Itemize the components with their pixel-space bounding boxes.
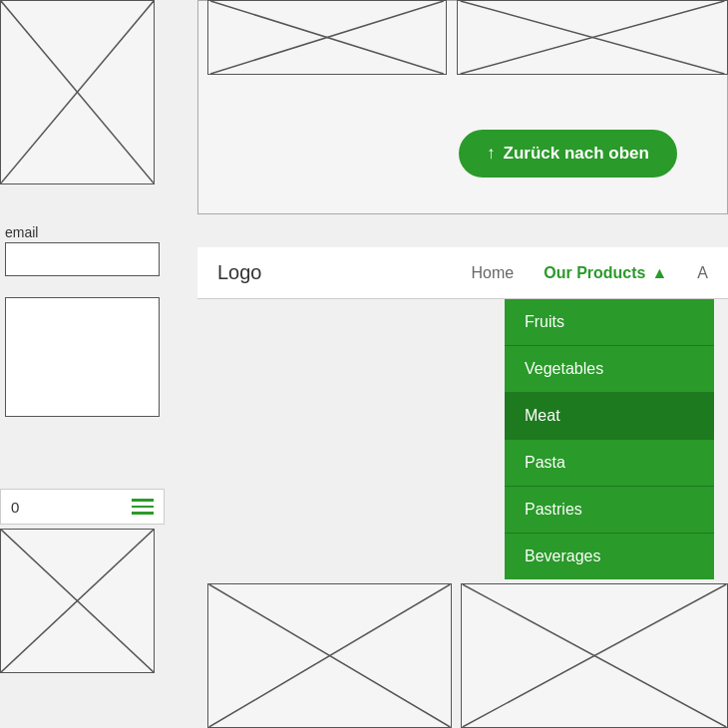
- mobile-nav-bar: 0: [0, 489, 165, 525]
- navigation-bar: Logo Home Our Products ▲ A: [197, 247, 728, 299]
- left-bottom-wireframe: [0, 529, 155, 673]
- scroll-top-label: Zurück nach oben: [504, 144, 649, 164]
- nav-products-label: Our Products: [544, 264, 645, 282]
- hamburger-line-2: [132, 506, 154, 509]
- chevron-up-icon: ▲: [651, 264, 667, 282]
- nav-extra-link[interactable]: A: [697, 264, 708, 282]
- nav-home-link[interactable]: Home: [472, 264, 515, 282]
- hamburger-line-1: [132, 499, 154, 502]
- hamburger-icon[interactable]: [132, 499, 154, 515]
- bottom-img-2: [461, 583, 728, 728]
- nav-links: Home Our Products ▲ A: [472, 264, 708, 282]
- img-placeholder-top-2: [457, 0, 728, 75]
- dropdown-item-vegetables[interactable]: Vegetables: [505, 346, 714, 393]
- mobile-nav-zero: 0: [11, 499, 19, 516]
- left-mid-wireframe: [5, 297, 160, 417]
- left-top-wireframe: [0, 0, 155, 184]
- dropdown-item-beverages[interactable]: Beverages: [505, 534, 714, 579]
- img-placeholder-top-1: [207, 0, 447, 75]
- dropdown-item-meat[interactable]: Meat: [505, 393, 714, 440]
- products-dropdown: Fruits Vegetables Meat Pasta Pastries Be…: [505, 299, 714, 579]
- email-label: email: [5, 224, 38, 240]
- dropdown-item-fruits[interactable]: Fruits: [505, 299, 714, 346]
- dropdown-item-pastries[interactable]: Pastries: [505, 487, 714, 534]
- email-input[interactable]: [5, 242, 160, 276]
- hamburger-line-3: [132, 512, 154, 515]
- arrow-up-icon: ↑: [487, 144, 496, 164]
- scroll-to-top-button[interactable]: ↑ Zurück nach oben: [459, 130, 677, 178]
- bottom-img-1: [207, 583, 452, 728]
- nav-products-link[interactable]: Our Products ▲: [544, 264, 667, 282]
- dropdown-item-pasta[interactable]: Pasta: [505, 440, 714, 487]
- nav-logo: Logo: [217, 261, 262, 284]
